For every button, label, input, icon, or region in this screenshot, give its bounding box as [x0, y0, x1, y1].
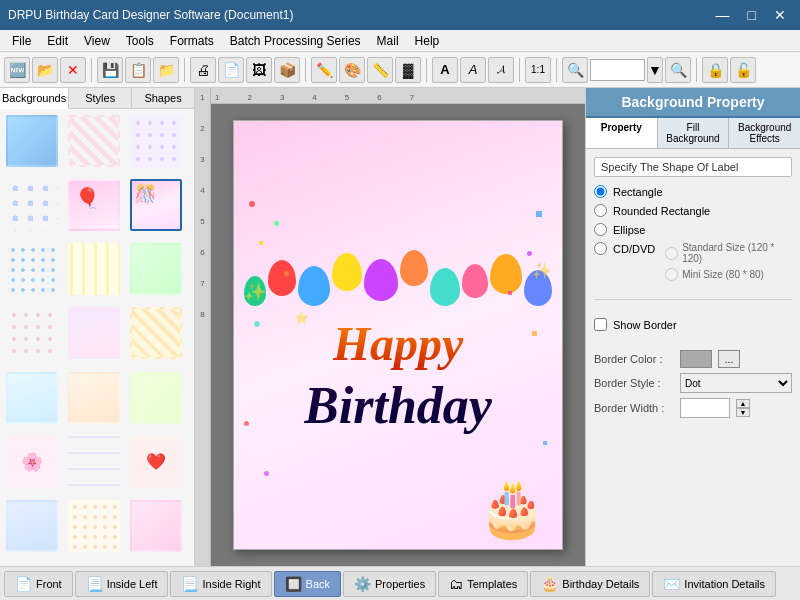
bg-thumb-17[interactable] — [68, 436, 120, 488]
new-button[interactable]: 🆕 — [4, 57, 30, 83]
show-border-row[interactable]: Show Border — [594, 318, 792, 331]
shape-button[interactable]: 📦 — [274, 57, 300, 83]
menu-batch[interactable]: Batch Processing Series — [222, 32, 369, 50]
radio-cddvd-row[interactable]: CD/DVD — [594, 242, 655, 255]
bottom-inside-right-button[interactable]: 📃 Inside Right — [170, 571, 271, 597]
lock2-button[interactable]: 🔓 — [730, 57, 756, 83]
menu-tools[interactable]: Tools — [118, 32, 162, 50]
open-button[interactable]: 📂 — [32, 57, 58, 83]
bg-thumb-5[interactable]: 🎈 — [68, 179, 120, 231]
close-button[interactable]: ✕ — [768, 5, 792, 25]
properties-label: Properties — [375, 578, 425, 590]
radio-mini-size[interactable] — [665, 268, 678, 281]
save-as-button[interactable]: 📋 — [125, 57, 151, 83]
maximize-button[interactable]: □ — [742, 5, 762, 25]
tab-shapes[interactable]: Shapes — [132, 88, 194, 108]
barcode-button[interactable]: ▓ — [395, 57, 421, 83]
bottom-invitation-details-button[interactable]: ✉️ Invitation Details — [652, 571, 776, 597]
folder-button[interactable]: 📁 — [153, 57, 179, 83]
bg-thumb-12[interactable] — [130, 307, 182, 359]
mini-size-option[interactable]: Mini Size (80 * 80) — [665, 268, 792, 281]
bg-thumb-9[interactable] — [130, 243, 182, 295]
confetti-12 — [264, 471, 269, 476]
card-canvas[interactable]: Happy Birthday 🎂 ✨ ✨ ⭐ — [233, 120, 563, 550]
zoom-input[interactable]: 100% — [590, 59, 645, 81]
aspect-button[interactable]: 1:1 — [525, 57, 551, 83]
tab-styles[interactable]: Styles — [69, 88, 132, 108]
standard-size-option[interactable]: Standard Size (120 * 120) — [665, 242, 792, 264]
border-width-input[interactable]: 1 — [680, 398, 730, 418]
border-color-picker-button[interactable]: ... — [718, 350, 740, 368]
bg-thumb-4[interactable] — [6, 179, 58, 231]
standard-size-label: Standard Size (120 * 120) — [682, 242, 792, 264]
bg-thumb-7[interactable] — [6, 243, 58, 295]
menu-view[interactable]: View — [76, 32, 118, 50]
print-button[interactable]: 🖨 — [190, 57, 216, 83]
bg-thumb-6[interactable]: 🎊 — [130, 179, 182, 231]
lock-button[interactable]: 🔒 — [702, 57, 728, 83]
print2-button[interactable]: 📄 — [218, 57, 244, 83]
happy-text: Happy — [333, 316, 464, 371]
border-width-down[interactable]: ▼ — [736, 408, 750, 417]
img-button[interactable]: 🖼 — [246, 57, 272, 83]
zoom-out-button[interactable]: 🔍 — [665, 57, 691, 83]
text-button[interactable]: A — [432, 57, 458, 83]
bg-thumb-16[interactable]: 🌸 — [6, 436, 58, 488]
bg-thumb-21[interactable] — [130, 500, 182, 552]
text2-button[interactable]: A — [460, 57, 486, 83]
bottom-properties-button[interactable]: ⚙️ Properties — [343, 571, 436, 597]
radio-rectangle-row[interactable]: Rectangle — [594, 185, 792, 198]
menu-help[interactable]: Help — [407, 32, 448, 50]
menu-file[interactable]: File — [4, 32, 39, 50]
bg-thumb-8[interactable] — [68, 243, 120, 295]
tab-fill-background[interactable]: Fill Background — [658, 118, 730, 148]
bg-thumb-3[interactable] — [130, 115, 182, 167]
menu-formats[interactable]: Formats — [162, 32, 222, 50]
bg-thumb-18[interactable]: ❤️ — [130, 436, 182, 488]
balloon-orange — [400, 250, 428, 286]
bg-thumb-20[interactable] — [68, 500, 120, 552]
invitation-details-icon: ✉️ — [663, 576, 680, 592]
menu-mail[interactable]: Mail — [369, 32, 407, 50]
save-button[interactable]: 💾 — [97, 57, 123, 83]
radio-ellipse-row[interactable]: Ellipse — [594, 223, 792, 236]
tab-property[interactable]: Property — [586, 118, 658, 148]
line-button[interactable]: 📏 — [367, 57, 393, 83]
bg-thumb-15[interactable] — [130, 372, 182, 424]
radio-standard-size[interactable] — [665, 247, 678, 260]
radio-rounded-rectangle[interactable] — [594, 204, 607, 217]
border-width-up[interactable]: ▲ — [736, 399, 750, 408]
border-color-swatch[interactable] — [680, 350, 712, 368]
delete-button[interactable]: ✕ — [60, 57, 86, 83]
zoom-dropdown[interactable]: ▼ — [647, 57, 663, 83]
bg-thumb-1[interactable] — [6, 115, 58, 167]
tab-background-effects[interactable]: Background Effects — [729, 118, 800, 148]
show-border-label: Show Border — [613, 319, 677, 331]
pen-button[interactable]: ✏️ — [311, 57, 337, 83]
bg-thumb-14[interactable] — [68, 372, 120, 424]
bottom-birthday-details-button[interactable]: 🎂 Birthday Details — [530, 571, 650, 597]
bg-thumb-19[interactable] — [6, 500, 58, 552]
canvas-inner[interactable]: Happy Birthday 🎂 ✨ ✨ ⭐ — [211, 104, 585, 566]
fill-button[interactable]: 🎨 — [339, 57, 365, 83]
wordart-button[interactable]: 𝓐 — [488, 57, 514, 83]
bg-thumb-10[interactable] — [6, 307, 58, 359]
bg-thumb-2[interactable] — [68, 115, 120, 167]
minimize-button[interactable]: — — [710, 5, 736, 25]
bottom-inside-left-button[interactable]: 📃 Inside Left — [75, 571, 169, 597]
menu-edit[interactable]: Edit — [39, 32, 76, 50]
bottom-templates-button[interactable]: 🗂 Templates — [438, 571, 528, 597]
radio-ellipse[interactable] — [594, 223, 607, 236]
radio-rounded-rect-row[interactable]: Rounded Rectangle — [594, 204, 792, 217]
zoom-out2-button[interactable]: 🔍 — [562, 57, 588, 83]
bg-thumb-13[interactable] — [6, 372, 58, 424]
bottom-front-button[interactable]: 📄 Front — [4, 571, 73, 597]
tab-backgrounds[interactable]: Backgrounds — [0, 88, 69, 109]
border-style-select[interactable]: Dot Solid Dash DashDot — [680, 373, 792, 393]
radio-rectangle[interactable] — [594, 185, 607, 198]
show-border-checkbox[interactable] — [594, 318, 607, 331]
bg-thumb-11[interactable] — [68, 307, 120, 359]
bottom-back-button[interactable]: 🔲 Back — [274, 571, 341, 597]
radio-cddvd[interactable] — [594, 242, 607, 255]
balloon-area — [234, 120, 562, 306]
